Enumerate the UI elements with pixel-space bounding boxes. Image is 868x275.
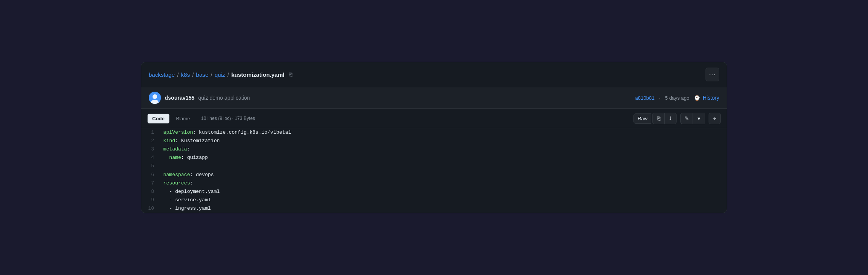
table-row: 7 resources: xyxy=(141,179,727,188)
symbols-icon: ⌖ xyxy=(713,115,716,122)
breadcrumb-k8s[interactable]: k8s xyxy=(181,71,190,78)
table-row: 4 name: quizapp xyxy=(141,154,727,162)
svg-point-1 xyxy=(153,94,157,99)
commit-info-right: a810b81 · 5 days ago ⌚ History xyxy=(635,95,719,101)
breadcrumb-base[interactable]: base xyxy=(196,71,209,78)
line-code: - ingress.yaml xyxy=(160,204,727,213)
edit-icon: ✎ xyxy=(685,115,689,121)
line-number: 1 xyxy=(141,128,160,137)
line-code: name: quizapp xyxy=(160,154,727,162)
table-row: 8 - deployment.yaml xyxy=(141,188,727,196)
commit-info-left: dsourav155 quiz demo application xyxy=(149,92,250,104)
download-icon: ⤓ xyxy=(668,115,673,121)
line-code: kind: Kustomization xyxy=(160,137,727,145)
breadcrumb-quiz[interactable]: quiz xyxy=(215,71,225,78)
line-number: 8 xyxy=(141,188,160,196)
commit-hash: a810b81 xyxy=(635,95,655,101)
line-code: resources: xyxy=(160,179,727,188)
sep-4: / xyxy=(227,71,229,78)
table-row: 1 apiVersion: kustomize.config.k8s.io/v1… xyxy=(141,128,727,137)
avatar xyxy=(149,92,161,104)
line-number: 9 xyxy=(141,196,160,204)
table-row: 3 metadata: xyxy=(141,145,727,154)
chevron-down-icon: ▾ xyxy=(698,115,700,121)
breadcrumb-filename: kustomization.yaml xyxy=(231,71,284,78)
table-row: 2 kind: Kustomization xyxy=(141,137,727,145)
line-number: 7 xyxy=(141,179,160,188)
line-code: apiVersion: kustomize.config.k8s.io/v1be… xyxy=(160,128,727,137)
file-action-buttons: ⎘ ⤓ xyxy=(652,113,677,124)
line-code: metadata: xyxy=(160,145,727,154)
commit-time-ago: 5 days ago xyxy=(665,95,690,101)
table-row: 6 namespace: devops xyxy=(141,171,727,179)
breadcrumb: backstage / k8s / base / quiz / kustomiz… xyxy=(149,71,292,78)
code-table: 1 apiVersion: kustomize.config.k8s.io/v1… xyxy=(141,128,727,213)
sep-1: / xyxy=(177,71,178,78)
commit-time: · xyxy=(659,95,661,101)
copy-content-button[interactable]: ⎘ xyxy=(652,113,664,124)
line-number: 6 xyxy=(141,171,160,179)
file-toolbar-left: Code Blame 10 lines (9 loc) · 173 Bytes xyxy=(147,113,255,124)
line-code xyxy=(160,162,727,170)
breadcrumb-bar: backstage / k8s / base / quiz / kustomiz… xyxy=(141,62,727,87)
commit-author: dsourav155 xyxy=(165,95,194,101)
edit-dropdown-button[interactable]: ▾ xyxy=(693,113,705,124)
table-row: 9 - service.yaml xyxy=(141,196,727,204)
sep-3: / xyxy=(211,71,212,78)
breadcrumb-backstage[interactable]: backstage xyxy=(149,71,175,78)
tab-code[interactable]: Code xyxy=(147,113,170,124)
table-row: 5 xyxy=(141,162,727,170)
download-button[interactable]: ⤓ xyxy=(664,113,677,124)
copy-path-icon[interactable]: ⎘ xyxy=(289,71,292,78)
history-label: History xyxy=(702,95,719,101)
file-viewer: backstage / k8s / base / quiz / kustomiz… xyxy=(141,62,727,213)
table-row: 10 - ingress.yaml xyxy=(141,204,727,213)
edit-button[interactable]: ✎ xyxy=(680,113,693,124)
copy-icon: ⎘ xyxy=(657,115,660,121)
line-number: 10 xyxy=(141,204,160,213)
history-button[interactable]: ⌚ History xyxy=(694,95,719,101)
more-options-button[interactable]: ··· xyxy=(706,68,719,81)
symbols-button[interactable]: ⌖ xyxy=(709,113,721,124)
file-info: 10 lines (9 loc) · 173 Bytes xyxy=(201,116,255,121)
code-viewer: 1 apiVersion: kustomize.config.k8s.io/v1… xyxy=(141,128,727,213)
line-code: namespace: devops xyxy=(160,171,727,179)
line-number: 4 xyxy=(141,154,160,162)
file-toolbar: Code Blame 10 lines (9 loc) · 173 Bytes … xyxy=(141,109,727,128)
file-toolbar-right: Raw ⎘ ⤓ ✎ ▾ ⌖ xyxy=(633,113,721,124)
line-number: 3 xyxy=(141,145,160,154)
commit-bar: dsourav155 quiz demo application a810b81… xyxy=(141,87,727,109)
raw-button[interactable]: Raw xyxy=(633,113,651,124)
line-code: - service.yaml xyxy=(160,196,727,204)
sep-2: / xyxy=(192,71,194,78)
commit-message: quiz demo application xyxy=(198,95,250,101)
line-number: 5 xyxy=(141,162,160,170)
line-code: - deployment.yaml xyxy=(160,188,727,196)
tab-blame[interactable]: Blame xyxy=(171,113,195,124)
line-number: 2 xyxy=(141,137,160,145)
clock-icon: ⌚ xyxy=(694,95,700,101)
edit-action-buttons: ✎ ▾ xyxy=(680,113,705,124)
